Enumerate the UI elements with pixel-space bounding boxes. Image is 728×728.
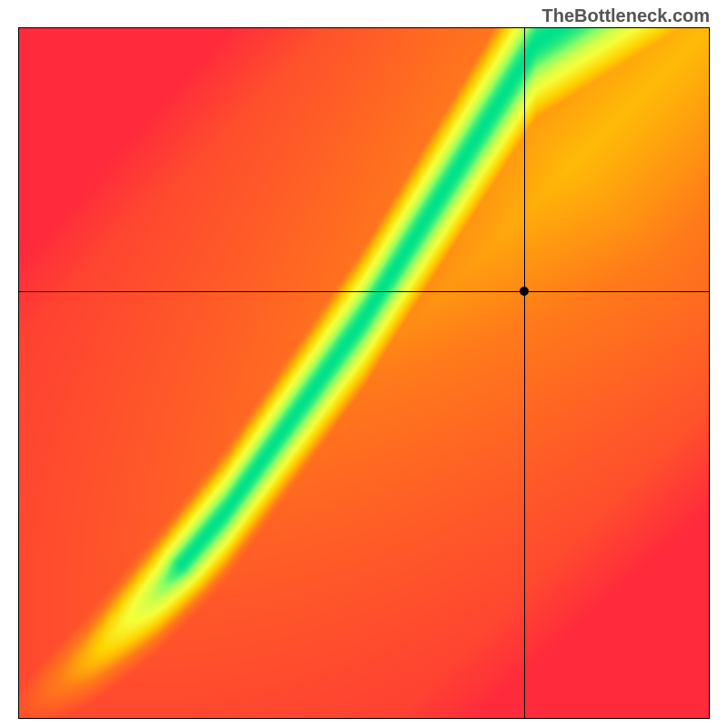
heatmap-canvas: [19, 28, 709, 718]
chart-container: TheBottleneck.com: [0, 0, 728, 728]
watermark-text: TheBottleneck.com: [542, 5, 710, 26]
plot-area: [18, 27, 710, 719]
